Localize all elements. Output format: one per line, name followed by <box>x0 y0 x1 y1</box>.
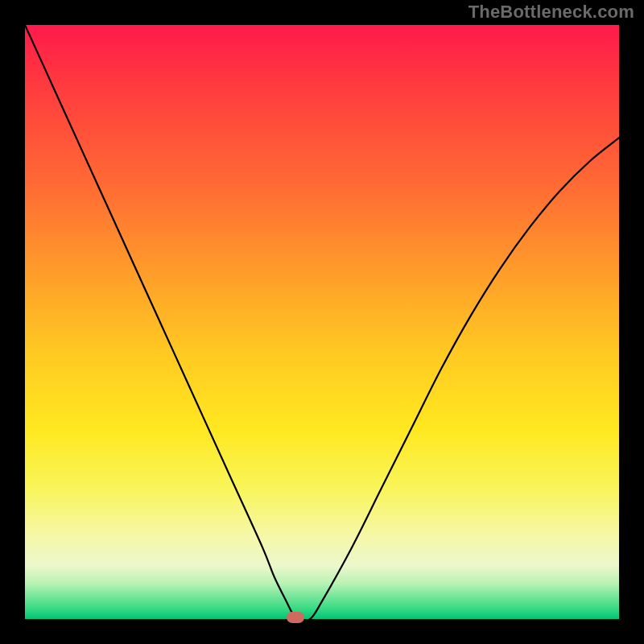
chart-frame: TheBottleneck.com <box>0 0 644 644</box>
optimal-point-marker <box>287 612 304 623</box>
watermark-text: TheBottleneck.com <box>469 2 634 23</box>
bottleneck-curve <box>25 25 619 619</box>
curve-path <box>25 25 619 619</box>
